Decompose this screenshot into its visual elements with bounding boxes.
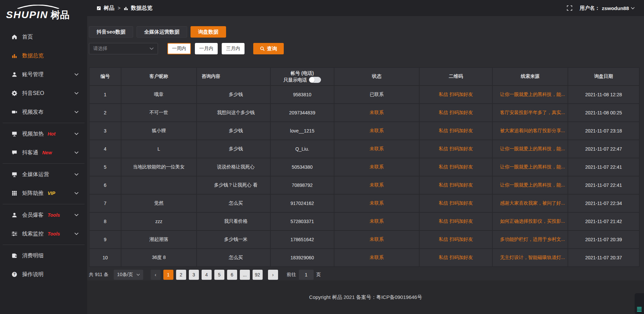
source-link[interactable]: 无主灯设计，智能磁吸轨道灯...	[500, 255, 565, 260]
tab-0[interactable]: 抖音seo数据	[89, 26, 133, 38]
phone-only-toggle[interactable]	[309, 77, 321, 83]
page-button-5[interactable]: 5	[214, 270, 224, 280]
sidebar-item-clue-monitor[interactable]: 线索监控Tools	[0, 224, 87, 243]
select-placeholder: 请选择	[93, 46, 107, 52]
qrcode-link[interactable]: 私信 扫码加好友	[439, 92, 473, 97]
chevron-down-icon	[631, 7, 635, 9]
qrcode-link[interactable]: 私信 扫码加好友	[439, 200, 473, 206]
range-button-2[interactable]: 三月内	[222, 43, 245, 54]
cell-content: 怎么买	[197, 249, 270, 267]
user-menu[interactable]: 用户名：zswodun88	[580, 5, 635, 11]
page-ellipsis-button[interactable]: ...	[240, 270, 250, 280]
person-icon	[11, 212, 17, 218]
sidebar-item-home[interactable]: 首页	[0, 28, 87, 46]
qrcode-link[interactable]: 私信 扫码加好友	[439, 146, 473, 151]
cell-account: 572803371	[270, 212, 334, 230]
source-link[interactable]: 让你一眼就爱上的黑科技，能...	[500, 182, 565, 188]
page-button-92[interactable]: 92	[253, 270, 263, 280]
cell-id: 10	[89, 249, 121, 267]
sidebar-item-label: 首页	[22, 34, 33, 41]
cell-source: 让你一眼就爱上的黑科技，能...	[492, 86, 568, 104]
fullscreen-icon[interactable]	[567, 5, 572, 11]
source-link[interactable]: 被大家追着问的客厅投影分享...	[500, 128, 565, 133]
topbar: 树品 > 数据总览 用户名：zswodun88	[87, 0, 644, 16]
page-button-3[interactable]: 3	[189, 270, 199, 280]
qrcode-link[interactable]: 私信 扫码加好友	[439, 237, 473, 242]
source-link[interactable]: 多功能护栏灯，适用于乡村文...	[500, 237, 565, 242]
page-size-select[interactable]: 10条/页	[114, 270, 143, 280]
customer-service-widget[interactable]	[635, 293, 644, 314]
page-button-2[interactable]: 2	[176, 270, 186, 280]
inquiry-table: 编号 客户昵称 咨询内容 帐号 (电话) 只显示电话	[89, 67, 640, 267]
next-page-button[interactable]: ›	[268, 270, 278, 280]
goto-label-after: 页	[316, 272, 321, 278]
source-link[interactable]: 如何正确选择投影仪，买投影...	[500, 218, 565, 224]
table-row: 3狐小狸多少钱love__1215未联系私信 扫码加好友被大家追着问的客厅投影分…	[89, 122, 639, 140]
breadcrumb-root[interactable]: 树品	[104, 5, 114, 12]
cell-id: 2	[89, 104, 121, 122]
col-nickname: 客户昵称	[121, 67, 197, 86]
sidebar: SHUPIN 树品 首页数据总览账号管理抖音SEO视频发布视频加热Hot抖客通N…	[0, 0, 87, 314]
sidebar-item-douketong[interactable]: 抖客通New	[0, 143, 87, 162]
table-body: 1哦章多少钱9583810已联系私信 扫码加好友让你一眼就爱上的黑科技，能...…	[89, 86, 639, 267]
search-button-label: 查询	[267, 46, 277, 52]
cell-qrcode: 私信 扫码加好友	[419, 249, 492, 267]
toggle-knob	[309, 77, 315, 83]
cell-account: 917024162	[270, 194, 334, 212]
source-link[interactable]: 让你一眼就爱上的黑科技，能...	[500, 164, 565, 169]
sidebar-item-account-manage[interactable]: 账号管理	[0, 65, 87, 84]
content-panel: 抖音seo数据全媒体运营数据询盘数据 请选择 一周内一月内三月内 查询	[87, 16, 644, 280]
col-id: 编号	[89, 67, 121, 86]
cell-content: 多少钱？让我死心 看	[197, 176, 270, 194]
tab-2[interactable]: 询盘数据	[191, 26, 226, 38]
qrcode-link[interactable]: 私信 扫码加好友	[439, 128, 473, 133]
cell-account: 183929060	[270, 249, 334, 267]
chevron-down-icon	[74, 192, 78, 195]
chevron-down-icon	[74, 173, 78, 176]
data-tabs: 抖音seo数据全媒体运营数据询盘数据	[89, 26, 639, 38]
source-link[interactable]: 客厅安装投影半年多了，真实...	[500, 110, 565, 115]
footer: Copyright 树品 2021 备案号：粤ICP备09019646号	[87, 280, 644, 314]
source-link[interactable]: 感谢大家喜欢我家，被问了好...	[500, 200, 565, 206]
sidebar-item-operation-guide[interactable]: ?操作说明	[0, 265, 87, 284]
qrcode-link[interactable]: 私信 扫码加好友	[439, 255, 473, 260]
prev-page-button[interactable]: ‹	[151, 270, 161, 280]
page-button-1[interactable]: 1	[163, 270, 173, 280]
qrcode-link[interactable]: 私信 扫码加好友	[439, 110, 473, 115]
qrcode-link[interactable]: 私信 扫码加好友	[439, 218, 473, 224]
goto-page-input[interactable]	[299, 270, 314, 280]
sidebar-item-label: 视频发布	[22, 109, 44, 116]
sidebar-item-member-baoke[interactable]: 会员爆客Tools	[0, 206, 87, 224]
sidebar-item-douyin-seo[interactable]: 抖音SEO	[0, 84, 87, 103]
page-button-4[interactable]: 4	[202, 270, 212, 280]
monitor-icon	[11, 171, 17, 177]
sidebar-item-matrix-boost[interactable]: 矩阵助推VIP	[0, 184, 87, 203]
qrcode-link[interactable]: 私信 扫码加好友	[439, 182, 473, 188]
table-row: 4L多少钱Q_Liu.未联系私信 扫码加好友让你一眼就爱上的黑科技，能...20…	[89, 140, 639, 158]
cell-account: 50534380	[270, 158, 334, 176]
source-link[interactable]: 让你一眼就爱上的黑科技，能...	[500, 146, 565, 151]
cell-source: 让你一眼就爱上的黑科技，能...	[492, 158, 568, 176]
sidebar-item-media-operation[interactable]: 全媒体运营	[0, 165, 87, 184]
tab-1[interactable]: 全媒体运营数据	[137, 26, 187, 38]
account-select[interactable]: 请选择	[89, 43, 158, 54]
cell-status: 未联系	[334, 230, 419, 249]
cell-date: 2021-11-07 20:39	[568, 230, 639, 249]
filter-bar: 请选择 一周内一月内三月内 查询	[89, 43, 639, 54]
sidebar-item-data-overview[interactable]: 数据总览	[0, 46, 87, 65]
cell-status: 未联系	[334, 176, 419, 194]
qrcode-link[interactable]: 私信 扫码加好友	[439, 164, 473, 169]
range-button-1[interactable]: 一月内	[195, 43, 218, 54]
sidebar-item-video-heat[interactable]: 视频加热Hot	[0, 124, 87, 143]
source-link[interactable]: 让你一眼就爱上的黑科技，能...	[500, 92, 565, 97]
sidebar-item-video-publish[interactable]: 视频发布	[0, 103, 87, 121]
page-button-6[interactable]: 6	[227, 270, 237, 280]
cell-nickname: 不可一世	[121, 104, 197, 122]
table-row: 7觉然怎么买917024162未联系私信 扫码加好友感谢大家喜欢我家，被问了好.…	[89, 194, 639, 212]
col-account: 帐号 (电话) 只显示电话	[270, 67, 334, 86]
range-button-0[interactable]: 一周内	[167, 43, 191, 54]
cell-qrcode: 私信 扫码加好友	[419, 86, 492, 104]
sidebar-item-consume-detail[interactable]: 消费明细	[0, 246, 87, 265]
search-button[interactable]: 查询	[253, 43, 284, 54]
cell-content: 多少钱	[197, 86, 270, 104]
